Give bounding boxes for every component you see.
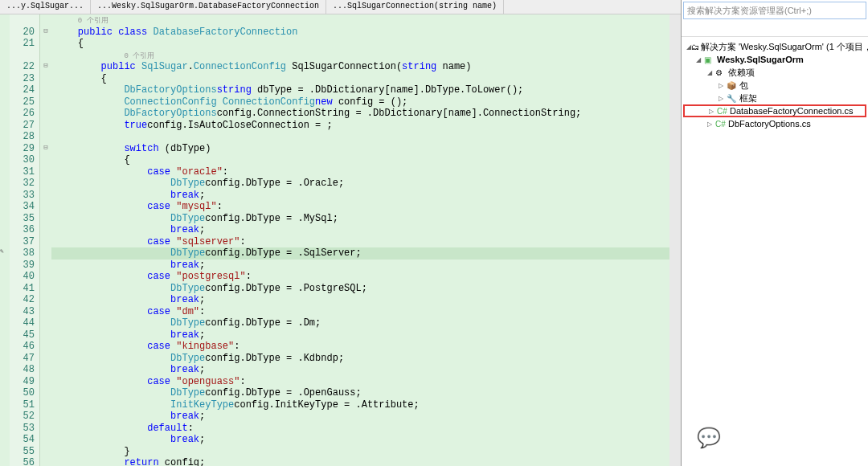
editor-tab[interactable]: ...SqlSugarConnection(string name)	[326, 0, 504, 14]
solution-explorer: 搜索解决方案资源管理器(Ctrl+;) ◢🗂解决方案 'Wesky.SqlSug…	[682, 0, 868, 466]
solution-toolbar[interactable]	[682, 21, 868, 37]
editor-area: ...y.SqlSugar... ...Wesky.SqlSugarOrm.Da…	[0, 0, 682, 466]
solution-root[interactable]: ◢🗂解决方案 'Wesky.SqlSugarOrm' (1 个项目，共 1 个)	[683, 40, 866, 53]
line-gutter: 2021222324252627282930313233343536373839…	[10, 14, 40, 466]
editor-tab[interactable]: ...Wesky.SqlSugarOrm.DatabaseFactoryConn…	[91, 0, 326, 14]
dependencies-node[interactable]: ◢⚙依赖项	[683, 66, 866, 79]
project-node[interactable]: ◢▣Wesky.SqlSugarOrm	[683, 53, 866, 66]
file-node-selected[interactable]: ▷C#DatabaseFactoryConnection.cs	[683, 104, 866, 117]
packages-node[interactable]: ▷📦包	[683, 79, 866, 92]
solution-search-input[interactable]: 搜索解决方案资源管理器(Ctrl+;)	[683, 2, 866, 19]
editor-tab[interactable]: ...y.SqlSugar...	[0, 0, 91, 14]
file-node[interactable]: ▷C#DbFactoryOptions.cs	[683, 117, 866, 130]
editor-tabs: ...y.SqlSugar... ...Wesky.SqlSugarOrm.Da…	[0, 0, 681, 14]
code-editor[interactable]: 0 个引用 public class DatabaseFactoryConnec…	[51, 14, 669, 466]
frameworks-node[interactable]: ▷🔧框架	[683, 92, 866, 104]
vertical-scrollbar[interactable]	[669, 14, 681, 466]
